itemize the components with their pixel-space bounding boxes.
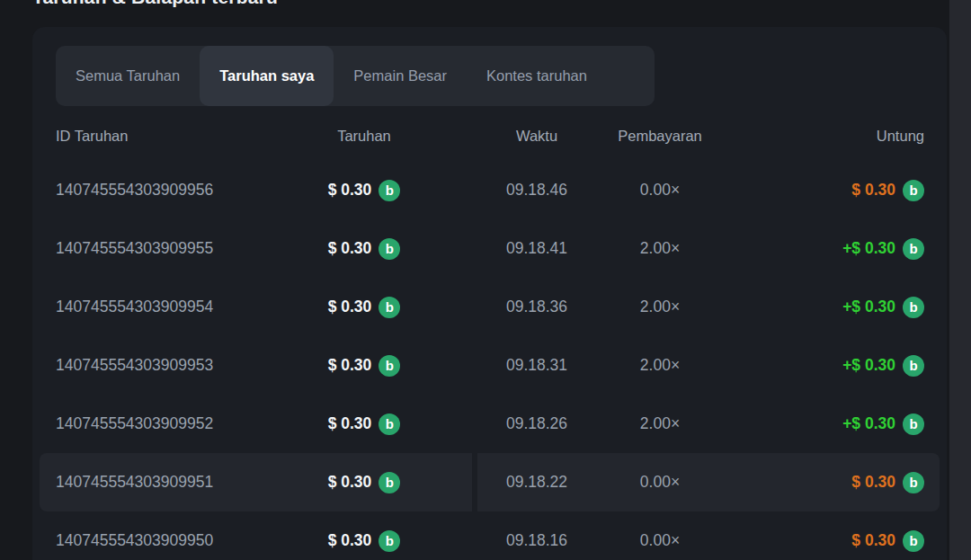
bets-table: ID TaruhanTaruhanWaktuPembayaranUntung 1…	[32, 106, 947, 560]
bet-payout: 2.00×	[633, 239, 687, 258]
bet-time: 09.18.26	[441, 414, 633, 433]
bet-amount: $ 0.30	[328, 239, 372, 258]
bet-time: 09.18.36	[441, 298, 633, 316]
bet-amount: $ 0.30	[328, 298, 372, 316]
bet-payout: 0.00×	[633, 181, 687, 200]
table-row[interactable]: 140745554303909954 $ 0.30 b 09.18.36 2.0…	[40, 278, 940, 336]
bet-id: 140745554303909951	[40, 473, 288, 492]
column-header: ID Taruhan	[40, 128, 288, 145]
bet-amount-cell: $ 0.30 b	[288, 180, 441, 201]
bet-id: 140745554303909956	[40, 181, 288, 200]
bet-id: 140745554303909954	[40, 298, 288, 316]
bet-profit-cell: +$ 0.30 b	[687, 238, 940, 260]
table-row[interactable]: 140745554303909953 $ 0.30 b 09.18.31 2.0…	[40, 336, 940, 395]
bet-amount: $ 0.30	[328, 473, 372, 492]
bcd-coin-icon: b	[903, 413, 924, 435]
bet-profit-cell: +$ 0.30 b	[687, 297, 940, 318]
bet-id: 140745554303909950	[40, 531, 288, 550]
bets-tabbar: Semua TaruhanTaruhan sayaPemain BesarKon…	[56, 46, 655, 106]
bet-profit: $ 0.30	[851, 181, 895, 200]
bet-profit: $ 0.30	[851, 531, 895, 550]
table-row[interactable]: 140745554303909955 $ 0.30 b 09.18.41 2.0…	[40, 219, 940, 278]
bets-panel: Semua TaruhanTaruhan sayaPemain BesarKon…	[32, 27, 947, 560]
bet-time: 09.18.22	[441, 473, 633, 492]
bet-amount-cell: $ 0.30 b	[288, 413, 441, 435]
table-row[interactable]: 140745554303909950 $ 0.30 b 09.18.16 0.0…	[40, 511, 940, 560]
bet-amount: $ 0.30	[328, 181, 372, 200]
bcd-coin-icon: b	[379, 297, 400, 318]
bet-payout: 2.00×	[633, 356, 687, 375]
bet-id: 140745554303909953	[40, 356, 288, 375]
bet-profit-cell: $ 0.30 b	[687, 530, 940, 552]
bcd-coin-icon: b	[903, 238, 924, 260]
bet-amount: $ 0.30	[328, 414, 372, 433]
bet-profit-cell: +$ 0.30 b	[687, 413, 940, 435]
bet-amount: $ 0.30	[328, 531, 372, 550]
table-row[interactable]: 140745554303909952 $ 0.30 b 09.18.26 2.0…	[40, 395, 940, 453]
bet-profit-cell: +$ 0.30 b	[687, 355, 940, 377]
bcd-coin-icon: b	[379, 530, 400, 552]
bet-payout: 0.00×	[633, 531, 687, 550]
bet-payout: 0.00×	[633, 473, 687, 492]
bet-profit-cell: $ 0.30 b	[687, 180, 940, 201]
table-row[interactable]: 140745554303909951 $ 0.30 b 09.18.22 0.0…	[40, 453, 940, 511]
bcd-coin-icon: b	[379, 355, 400, 377]
bet-profit: +$ 0.30	[842, 239, 895, 258]
bet-profit: +$ 0.30	[842, 298, 895, 316]
bet-amount: $ 0.30	[328, 356, 372, 375]
bet-amount-cell: $ 0.30 b	[288, 297, 441, 318]
bet-id: 140745554303909952	[40, 414, 288, 433]
bet-id: 140745554303909955	[40, 239, 288, 258]
bcd-coin-icon: b	[379, 238, 400, 260]
column-header: Waktu	[441, 128, 633, 145]
bcd-coin-icon: b	[903, 297, 924, 318]
bet-amount-cell: $ 0.30 b	[288, 530, 441, 552]
bet-amount-cell: $ 0.30 b	[288, 472, 441, 493]
bet-profit-cell: $ 0.30 b	[687, 472, 940, 493]
bet-amount-cell: $ 0.30 b	[288, 355, 441, 377]
tab-semua-taruhan[interactable]: Semua Taruhan	[56, 46, 200, 106]
column-header: Untung	[687, 128, 940, 145]
bet-amount-cell: $ 0.30 b	[288, 238, 441, 260]
bet-payout: 2.00×	[633, 298, 687, 316]
table-body: 140745554303909956 $ 0.30 b 09.18.46 0.0…	[40, 161, 940, 560]
table-header-row: ID TaruhanTaruhanWaktuPembayaranUntung	[40, 111, 940, 161]
tab-kontes-taruhan[interactable]: Kontes taruhan	[467, 46, 607, 106]
bet-time: 09.18.46	[441, 181, 633, 200]
bcd-coin-icon: b	[903, 530, 924, 552]
bet-profit: +$ 0.30	[842, 356, 895, 375]
bcd-coin-icon: b	[903, 472, 924, 493]
column-header: Pembayaran	[633, 128, 687, 145]
bet-time: 09.18.31	[441, 356, 633, 375]
bcd-coin-icon: b	[903, 180, 924, 201]
bet-time: 09.18.16	[441, 531, 633, 550]
page-title: Taruhan & Balapan terbaru	[32, 0, 278, 8]
bcd-coin-icon: b	[903, 355, 924, 377]
column-header: Taruhan	[288, 128, 441, 145]
tab-pemain-besar[interactable]: Pemain Besar	[334, 46, 467, 106]
bcd-coin-icon: b	[379, 413, 400, 435]
bcd-coin-icon: b	[379, 472, 400, 493]
table-row[interactable]: 140745554303909956 $ 0.30 b 09.18.46 0.0…	[40, 161, 940, 219]
bet-profit: +$ 0.30	[842, 414, 895, 433]
bet-time: 09.18.41	[441, 239, 633, 258]
tab-taruhan-saya[interactable]: Taruhan saya	[200, 46, 334, 106]
bet-payout: 2.00×	[633, 414, 687, 433]
bet-profit: $ 0.30	[851, 473, 895, 492]
bets-card: Taruhan & Balapan terbaru Semua TaruhanT…	[0, 0, 949, 560]
bcd-coin-icon: b	[379, 180, 400, 201]
